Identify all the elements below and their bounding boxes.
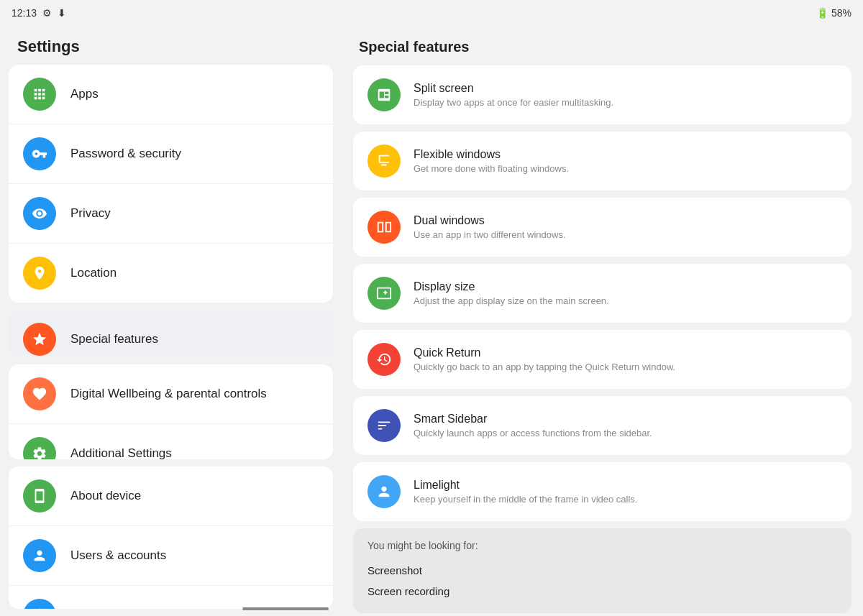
battery-icon: 🔋	[816, 7, 828, 19]
settings-card-group2: Special features	[9, 310, 333, 357]
main-layout: Settings Apps Password & security	[0, 26, 863, 616]
dual-windows-text: Dual windows Use an app in two different…	[414, 214, 566, 240]
sidebar-item-location[interactable]: Location	[9, 244, 333, 303]
suggestions-card: You might be looking for: Screenshot Scr…	[353, 528, 851, 613]
limelight-title: Limelight	[414, 479, 637, 492]
quick-return-icon-bg	[367, 343, 401, 376]
sidebar-item-users-accounts-label: Users & accounts	[70, 548, 166, 563]
status-bar: 12:13 ⚙ ⬇ 🔋 58%	[0, 0, 863, 26]
feature-dual-windows[interactable]: Dual windows Use an app in two different…	[353, 198, 851, 257]
sidebar-item-location-label: Location	[70, 266, 117, 280]
display-size-title: Display size	[414, 280, 609, 293]
sidebar-item-additional-settings-label: Additional Settings	[70, 446, 172, 459]
star-icon	[32, 331, 47, 347]
suggestion-item-screen-recording[interactable]: Screen recording	[367, 581, 837, 602]
apps-icon	[32, 86, 47, 102]
users-icon-bg	[23, 539, 56, 572]
split-screen-title: Split screen	[414, 82, 613, 95]
dual-windows-icon-bg	[367, 211, 401, 244]
gear-settings-icon	[32, 446, 47, 459]
about-device-icon-bg	[23, 479, 56, 512]
quick-return-text: Quick Return Quickly go back to an app b…	[414, 346, 675, 372]
sidebar-item-special-features-label: Special features	[70, 332, 158, 346]
password-icon-bg	[23, 137, 56, 170]
smart-sidebar-desc: Quickly launch apps or access functions …	[414, 428, 652, 438]
right-panel: Special features Split screen Display tw…	[342, 26, 863, 616]
sidebar-item-apps-label: Apps	[70, 87, 99, 101]
display-size-desc: Adjust the app display size on the main …	[414, 295, 609, 306]
suggestions-title: You might be looking for:	[367, 540, 837, 551]
apps-icon-bg	[23, 78, 56, 111]
display-size-text: Display size Adjust the app display size…	[414, 280, 609, 306]
split-screen-icon	[376, 87, 392, 103]
battery-percentage: 58%	[831, 7, 851, 19]
user-icon	[32, 548, 47, 564]
sidebar-item-about-device-label: About device	[70, 489, 141, 503]
time-display: 12:13	[12, 7, 37, 19]
sidebar-item-digital-wellbeing[interactable]: Digital Wellbeing & parental controls	[9, 364, 333, 424]
feature-smart-sidebar[interactable]: Smart Sidebar Quickly launch apps or acc…	[353, 396, 851, 455]
location-icon-bg	[23, 257, 56, 290]
settings-card-group3: Digital Wellbeing & parental controls Ad…	[9, 364, 333, 459]
limelight-desc: Keep yourself in the middle of the frame…	[414, 494, 637, 505]
digital-wellbeing-icon-bg	[23, 377, 56, 410]
settings-title: Settings	[0, 26, 342, 65]
flexible-windows-desc: Get more done with floating windows.	[414, 163, 569, 174]
key-icon	[32, 146, 47, 162]
google-icon	[32, 607, 47, 609]
feature-quick-return[interactable]: Quick Return Quickly go back to an app b…	[353, 330, 851, 389]
display-size-icon-bg	[367, 277, 401, 310]
scroll-indicator	[242, 607, 329, 610]
split-screen-icon-bg	[367, 78, 401, 111]
flexible-windows-icon-bg	[367, 144, 401, 178]
sidebar-item-privacy-label: Privacy	[70, 206, 111, 221]
dual-windows-title: Dual windows	[414, 214, 566, 227]
sidebar-item-password-security[interactable]: Password & security	[9, 124, 333, 184]
sidebar-item-google-label: Google	[70, 608, 110, 609]
sidebar-item-privacy[interactable]: Privacy	[9, 184, 333, 244]
smart-sidebar-icon	[376, 418, 392, 433]
right-panel-title: Special features	[353, 26, 851, 65]
quick-return-desc: Quickly go back to an app by tapping the…	[414, 362, 675, 372]
sidebar-item-password-label: Password & security	[70, 147, 181, 161]
split-screen-text: Split screen Display two apps at once fo…	[414, 82, 613, 108]
privacy-icon-bg	[23, 197, 56, 230]
location-icon	[32, 265, 47, 281]
sidebar-item-special-features[interactable]: Special features	[9, 310, 333, 357]
sidebar-item-users-accounts[interactable]: Users & accounts	[9, 526, 333, 586]
sidebar-item-additional-settings[interactable]: Additional Settings	[9, 424, 333, 459]
split-screen-desc: Display two apps at once for easier mult…	[414, 97, 613, 108]
feature-limelight[interactable]: Limelight Keep yourself in the middle of…	[353, 462, 851, 521]
left-panel: Settings Apps Password & security	[0, 26, 342, 616]
quick-return-icon	[376, 351, 392, 367]
flexible-windows-icon	[376, 153, 392, 169]
sidebar-item-apps[interactable]: Apps	[9, 65, 333, 124]
display-size-icon	[376, 285, 392, 301]
settings-card-group4: About device Users & accounts Google	[9, 466, 333, 609]
status-bar-left: 12:13 ⚙ ⬇	[12, 7, 66, 19]
special-features-icon-bg	[23, 323, 56, 356]
feature-display-size[interactable]: Display size Adjust the app display size…	[353, 264, 851, 323]
quick-return-title: Quick Return	[414, 346, 675, 359]
eye-icon	[32, 206, 47, 221]
sidebar-item-digital-wellbeing-label: Digital Wellbeing & parental controls	[70, 387, 267, 401]
status-bar-right: 🔋 58%	[816, 7, 851, 19]
feature-flexible-windows[interactable]: Flexible windows Get more done with floa…	[353, 132, 851, 190]
suggestion-item-screenshot[interactable]: Screenshot	[367, 560, 837, 581]
smart-sidebar-icon-bg	[367, 409, 401, 442]
device-icon	[32, 488, 47, 504]
download-icon: ⬇	[58, 7, 66, 19]
google-icon-bg	[23, 599, 56, 609]
sidebar-item-about-device[interactable]: About device	[9, 466, 333, 526]
sidebar-item-google[interactable]: Google	[9, 586, 333, 609]
settings-card-group1: Apps Password & security Privacy	[9, 65, 333, 303]
limelight-icon	[376, 484, 392, 500]
dual-windows-desc: Use an app in two different windows.	[414, 229, 566, 240]
smart-sidebar-text: Smart Sidebar Quickly launch apps or acc…	[414, 413, 652, 438]
smart-sidebar-title: Smart Sidebar	[414, 413, 652, 426]
feature-split-screen[interactable]: Split screen Display two apps at once fo…	[353, 65, 851, 124]
gear-icon: ⚙	[42, 7, 52, 19]
additional-settings-icon-bg	[23, 437, 56, 459]
limelight-icon-bg	[367, 475, 401, 508]
flexible-windows-text: Flexible windows Get more done with floa…	[414, 148, 569, 174]
